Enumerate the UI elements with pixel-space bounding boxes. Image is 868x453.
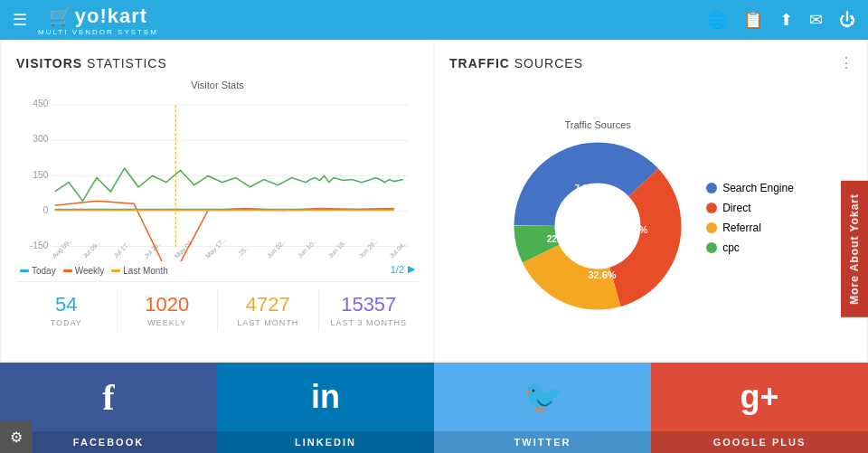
weekly-dot <box>63 269 72 272</box>
mail-icon[interactable]: ✉ <box>809 10 823 30</box>
linkedin-item[interactable]: in LINKEDIN <box>217 363 434 453</box>
visitor-chart-area: Visitor Stats 450 300 150 0 -150 Aug 09.… <box>16 80 419 260</box>
referral-dot <box>706 222 717 233</box>
twitter-item[interactable]: 🐦 TWITTER <box>434 363 651 453</box>
svg-text:Jun 10..: Jun 10.. <box>296 238 317 260</box>
traffic-title: TRAFFIC SOURCES <box>449 56 852 71</box>
traffic-legend: Search Engine Direct Referral cpc <box>706 182 794 254</box>
svg-text:0: 0 <box>43 205 49 215</box>
svg-text:150: 150 <box>33 170 48 180</box>
power-icon[interactable]: ⏻ <box>839 11 855 30</box>
weekly-value: 1020 <box>118 293 218 316</box>
svg-text:22.2%: 22.2% <box>547 234 572 244</box>
googleplus-label: GOOGLE PLUS <box>651 431 868 453</box>
main-content: VISITORS STATISTICS Visitor Stats 450 30… <box>0 40 868 363</box>
svg-text:-150: -150 <box>30 241 49 250</box>
traffic-panel: TRAFFIC SOURCES ⋮ Traffic Sources <box>435 42 866 361</box>
legend-cpc: cpc <box>706 241 794 254</box>
linkedin-icon: in <box>311 378 340 416</box>
svg-text:300: 300 <box>33 134 48 144</box>
svg-text:Jul 09..: Jul 09.. <box>81 240 102 260</box>
3months-value: 15357 <box>319 293 420 316</box>
svg-text:Jul 04..: Jul 04.. <box>388 240 409 260</box>
direct-label: Direct <box>722 202 750 214</box>
3months-label: LAST 3 MONTHS <box>319 318 420 327</box>
page-number: 1/2 <box>391 264 404 275</box>
logo: 🛒 yo!kart MULTI VENDOR SYSTEM <box>38 5 158 36</box>
header-left: ☰ 🛒 yo!kart MULTI VENDOR SYSTEM <box>13 5 158 36</box>
search-engine-dot <box>706 183 717 193</box>
cpc-dot <box>706 242 717 253</box>
legend-today: Today <box>20 266 56 276</box>
svg-text:Jun 18..: Jun 18.. <box>326 238 348 260</box>
upload-icon[interactable]: ⬆ <box>779 10 793 30</box>
googleplus-item[interactable]: g+ GOOGLE PLUS <box>651 363 868 453</box>
googleplus-icon: g+ <box>740 378 778 416</box>
visitors-title: VISITORS STATISTICS <box>16 56 419 71</box>
chart-legend: Today Weekly Last Month <box>20 266 168 276</box>
facebook-item[interactable]: f FACEBOOK <box>0 363 217 453</box>
cpc-label: cpc <box>722 241 740 254</box>
traffic-chart-label: Traffic Sources <box>507 119 688 130</box>
facebook-icon: f <box>102 376 114 419</box>
legend-direct: Direct <box>706 202 794 214</box>
today-value: 54 <box>16 293 117 316</box>
svg-text:7.3%: 7.3% <box>575 184 596 193</box>
legend-referral: Referral <box>706 222 794 234</box>
lastmonth-dot <box>111 269 120 272</box>
legend-lastmonth: Last Month <box>111 266 167 276</box>
twitter-label: TWITTER <box>434 431 651 453</box>
header-right: 🌐 📋 ⬆ ✉ ⏻ <box>707 10 855 30</box>
linkedin-icon-area: in <box>311 363 340 431</box>
legend-lastmonth-label: Last Month <box>123 266 167 276</box>
hamburger-icon[interactable]: ☰ <box>13 10 27 30</box>
svg-text:Jul 17..: Jul 17.. <box>112 240 133 260</box>
linkedin-label: LINKEDIN <box>217 431 434 453</box>
today-label: TODAY <box>16 318 117 327</box>
traffic-more-icon[interactable]: ⋮ <box>839 54 854 71</box>
social-bar: f FACEBOOK in LINKEDIN 🐦 TWITTER g+ GOOG… <box>0 363 868 453</box>
legend-weekly-label: Weekly <box>75 266 105 276</box>
svg-text:Jun 02..: Jun 02.. <box>265 238 287 260</box>
lastmonth-label: LAST MONTH <box>218 318 318 327</box>
search-engine-label: Search Engine <box>722 182 794 194</box>
twitter-icon-area: 🐦 <box>523 363 563 431</box>
svg-text:450: 450 <box>33 99 48 109</box>
svg-text:Jun 26..: Jun 26.. <box>357 238 379 260</box>
donut-chart: 37.9% 32.6% 22.2% 7.3% <box>507 136 688 316</box>
svg-text:37.9%: 37.9% <box>620 224 648 235</box>
header: ☰ 🛒 yo!kart MULTI VENDOR SYSTEM 🌐 📋 ⬆ ✉ … <box>0 0 868 40</box>
clipboard-icon[interactable]: 📋 <box>743 10 763 30</box>
facebook-icon-area: f <box>102 363 114 431</box>
settings-button[interactable]: ⚙ <box>0 420 33 453</box>
sidebar-tab[interactable]: More About Yokart <box>841 181 868 317</box>
facebook-label: FACEBOOK <box>0 431 217 453</box>
today-dot <box>20 269 29 272</box>
legend-weekly: Weekly <box>63 266 105 276</box>
chart-title: Visitor Stats <box>16 80 419 90</box>
referral-label: Referral <box>722 222 761 234</box>
svg-text:May 17..: May 17.. <box>203 236 227 260</box>
svg-text:Aug 09..: Aug 09.. <box>51 237 73 260</box>
logo-sub: MULTI VENDOR SYSTEM <box>38 28 158 36</box>
svg-text:32.6%: 32.6% <box>589 269 617 280</box>
gear-icon: ⚙ <box>10 429 23 446</box>
googleplus-icon-area: g+ <box>740 363 778 431</box>
visitor-chart: 450 300 150 0 -150 Aug 09.. Jul 09.. Jul… <box>16 94 419 261</box>
twitter-icon: 🐦 <box>523 378 563 416</box>
cart-icon: 🛒 <box>49 5 71 27</box>
globe-icon[interactable]: 🌐 <box>707 10 727 30</box>
stat-weekly: 1020 WEEKLY <box>118 289 219 331</box>
stats-row: 54 TODAY 1020 WEEKLY 4727 LAST MONTH 153… <box>16 281 419 331</box>
visitors-panel: VISITORS STATISTICS Visitor Stats 450 30… <box>2 42 433 361</box>
lastmonth-value: 4727 <box>218 293 318 316</box>
logo-text: yo!kart <box>75 5 147 28</box>
legend-search-engine: Search Engine <box>706 182 794 194</box>
stat-today: 54 TODAY <box>16 289 118 331</box>
stat-3months: 15357 LAST 3 MONTHS <box>319 289 420 331</box>
traffic-chart-area: Traffic Sources <box>449 89 852 346</box>
direct-dot <box>706 203 717 213</box>
weekly-label: WEEKLY <box>118 318 218 327</box>
legend-today-label: Today <box>32 266 56 276</box>
stat-lastmonth: 4727 LAST MONTH <box>218 289 319 331</box>
